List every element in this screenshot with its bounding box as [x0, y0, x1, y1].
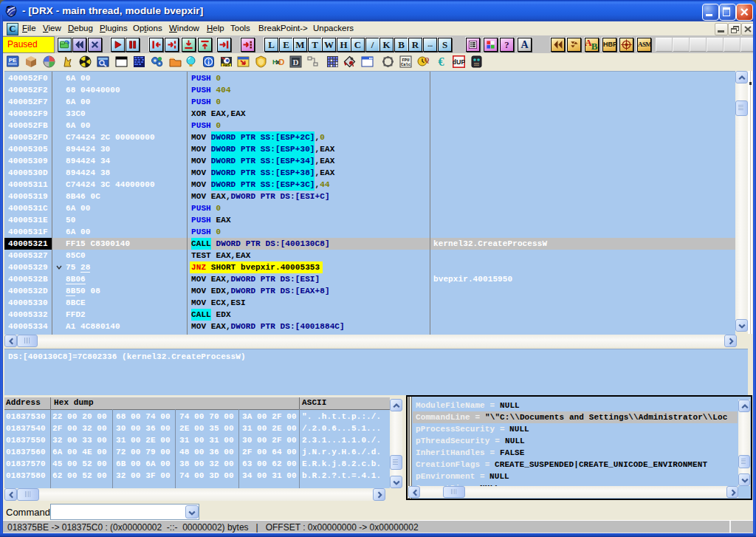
svg-text:Calc: Calc	[401, 62, 410, 67]
svg-text:PE: PE	[9, 57, 17, 64]
svg-text:€: €	[439, 55, 444, 68]
svg-text:dUP: dUP	[453, 58, 465, 66]
svg-text:ABS: ABS	[223, 64, 230, 67]
svg-text:Q: Q	[425, 57, 429, 64]
svg-text:D: D	[293, 58, 299, 66]
svg-text:D: D	[279, 58, 285, 66]
